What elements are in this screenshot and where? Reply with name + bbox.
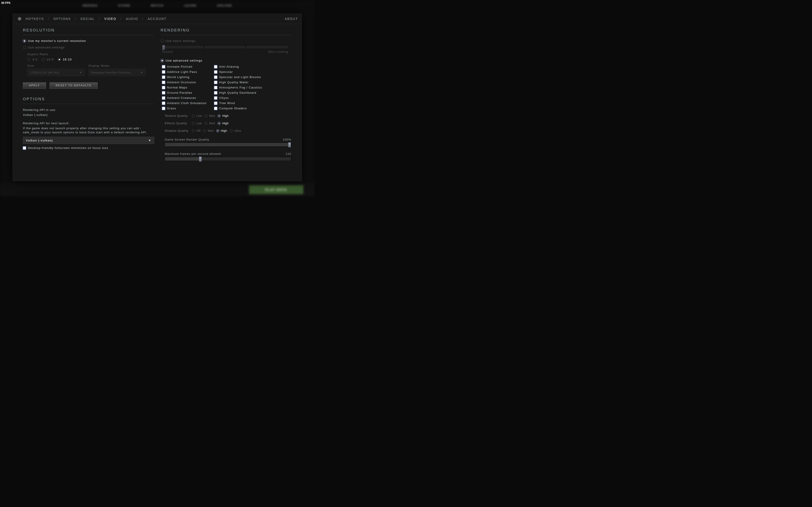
gear-icon[interactable] xyxy=(16,16,21,21)
api-next-launch-label: Rendering API for next launch: xyxy=(23,121,154,125)
bottom-bar-blurred: PLAY DOTA xyxy=(0,183,315,196)
effects-low-radio[interactable]: Low xyxy=(192,122,202,125)
radio-dot-icon xyxy=(28,58,31,61)
radio-dot-icon xyxy=(161,39,164,43)
shadow-med-radio[interactable]: Med xyxy=(203,129,214,132)
check-tree-wind[interactable]: Tree Wind xyxy=(214,101,266,105)
radio-use-advanced-rendering[interactable]: Use advanced settings xyxy=(161,59,292,62)
checkbox-icon xyxy=(23,147,26,150)
chevron-down-icon: ▼ xyxy=(148,139,151,142)
settings-tabs: HOTKEYS/ OPTIONS/ SOCIAL/ VIDEO/ AUDIO/ … xyxy=(13,14,302,24)
radio-use-advanced-resolution[interactable]: Use advanced settings xyxy=(23,46,154,49)
effects-high-radio[interactable]: High xyxy=(218,122,229,125)
display-mode-select[interactable]: Desktop-friendly Fullscre... ▼ xyxy=(89,69,146,76)
check-additive-light-pass[interactable]: Additive Light Pass xyxy=(162,70,214,73)
checkbox-icon xyxy=(214,81,217,84)
tab-video[interactable]: VIDEO xyxy=(104,17,116,20)
resolution-title: RESOLUTION xyxy=(23,28,154,35)
effects-med-radio[interactable]: Med xyxy=(205,122,215,125)
check-vsync[interactable]: VSync xyxy=(214,96,266,100)
render-quality-value: 100% xyxy=(283,138,291,141)
checkbox-icon xyxy=(214,107,217,110)
tab-audio[interactable]: AUDIO xyxy=(126,17,138,20)
radio-use-current-resolution[interactable]: Use my monitor's current resolution xyxy=(23,39,154,43)
checkbox-icon xyxy=(162,97,165,100)
check-ambient-creatures[interactable]: Ambient Creatures xyxy=(162,96,214,100)
shadow-high-radio[interactable]: High xyxy=(216,129,227,132)
basic-slider-left-label: Fastest xyxy=(162,50,173,53)
aspect-16-9[interactable]: 16:9 xyxy=(42,58,54,61)
tab-hotkeys[interactable]: HOTKEYS xyxy=(26,17,44,20)
checkbox-icon xyxy=(162,65,165,68)
display-mode-label: Display Mode: xyxy=(89,64,146,67)
check-anti-aliasing[interactable]: Anti-Aliasing xyxy=(214,65,266,68)
main-nav-blurred: HEROES STORE WATCH LEARN ARCADE xyxy=(0,0,315,11)
check-specular-and-light-blooms[interactable]: Specular and Light Blooms xyxy=(214,75,266,79)
texture-low-radio[interactable]: Low xyxy=(192,114,202,117)
effects-quality-row: Effects QualityLowMedHigh xyxy=(165,121,292,125)
radio-dot-icon xyxy=(192,122,195,125)
checkbox-icon xyxy=(162,81,165,84)
check-high-quality-water[interactable]: High Quality Water xyxy=(214,80,266,84)
render-quality-slider[interactable] xyxy=(165,143,291,147)
check-animate-portrait[interactable]: Animate Portrait xyxy=(162,65,214,68)
tab-social[interactable]: SOCIAL xyxy=(81,17,95,20)
tab-options[interactable]: OPTIONS xyxy=(53,17,71,20)
check-ambient-occlusion[interactable]: Ambient Occlusion xyxy=(162,80,214,84)
radio-dot-icon xyxy=(203,129,206,132)
texture-med-radio[interactable]: Med xyxy=(205,114,215,117)
slider-thumb[interactable] xyxy=(199,157,202,162)
basic-quality-slider[interactable] xyxy=(162,45,289,49)
chevron-down-icon: ▼ xyxy=(141,71,143,74)
aspect-16-10[interactable]: 16:10 xyxy=(58,58,72,61)
shadow-quality-label: Shadow Quality xyxy=(165,129,189,132)
check-specular[interactable]: Specular xyxy=(214,70,266,73)
check-high-quality-dashboard[interactable]: High Quality Dashboard xyxy=(214,91,266,94)
radio-use-basic-rendering[interactable]: Use basic settings xyxy=(161,39,292,43)
render-quality-label: Game Screen Render Quality xyxy=(165,138,209,141)
slider-thumb[interactable] xyxy=(288,143,291,147)
api-next-launch-help: If the game does not launch properly aft… xyxy=(23,126,150,134)
minimize-on-focus-loss-checkbox[interactable]: Desktop-friendly fullscreen minimizes on… xyxy=(23,146,154,150)
checkbox-icon xyxy=(214,86,217,89)
radio-dot-icon xyxy=(218,122,220,125)
max-fps-slider[interactable] xyxy=(165,157,291,161)
check-grass[interactable]: Grass xyxy=(162,107,214,110)
checkbox-icon xyxy=(162,75,165,79)
tab-account[interactable]: ACCOUNT xyxy=(148,17,166,20)
api-select[interactable]: Vulkan (-vulkan) ▼ xyxy=(23,137,154,144)
checkbox-icon xyxy=(162,102,165,105)
shadow-quality-row: Shadow QualityOffMedHighUltra xyxy=(165,129,292,132)
radio-dot-icon xyxy=(23,46,26,49)
check-normal-maps[interactable]: Normal Maps xyxy=(162,86,214,89)
size-select[interactable]: 1792x1120 (60 Hz) ▼ xyxy=(28,69,85,76)
rendering-title: RENDERING xyxy=(161,28,292,35)
shadow-ultra-radio[interactable]: Ultra xyxy=(230,129,241,132)
checkbox-icon xyxy=(162,91,165,94)
api-in-use-value: Vulkan (-vulkan) xyxy=(23,113,154,117)
radio-dot-icon xyxy=(161,59,164,62)
texture-quality-row: Texture QualityLowMedHigh xyxy=(165,114,292,117)
texture-high-radio[interactable]: High xyxy=(218,114,229,117)
tab-about[interactable]: ABOUT xyxy=(285,17,298,20)
check-atmospheric-fog-caustics[interactable]: Atmospheric Fog / Caustics xyxy=(214,86,266,89)
checkbox-icon xyxy=(214,91,217,94)
reset-defaults-button[interactable]: RESET TO DEFAULTS xyxy=(50,82,98,89)
check-compute-shaders[interactable]: Compute Shaders xyxy=(214,107,266,110)
check-world-lighting[interactable]: World Lighting xyxy=(162,75,214,79)
checkbox-icon xyxy=(214,75,217,79)
chevron-down-icon: ▼ xyxy=(79,71,82,74)
apply-button[interactable]: APPLY xyxy=(23,82,46,89)
radio-dot-icon xyxy=(23,39,26,43)
shadow-off-radio[interactable]: Off xyxy=(192,129,201,132)
aspect-ratio-label: Aspect Ratio xyxy=(28,52,154,56)
max-fps-label: Maximum frames per second allowed xyxy=(165,152,221,156)
check-ground-parallax[interactable]: Ground Parallax xyxy=(162,91,214,94)
max-fps-value: 110 xyxy=(286,152,291,156)
texture-quality-label: Texture Quality xyxy=(165,114,189,117)
radio-dot-icon xyxy=(192,115,195,117)
slider-thumb[interactable] xyxy=(162,45,165,50)
radio-dot-icon xyxy=(205,122,207,125)
aspect-4-3[interactable]: 4:3 xyxy=(28,58,38,61)
check-ambient-cloth-simulation[interactable]: Ambient Cloth Simulation xyxy=(162,101,214,105)
